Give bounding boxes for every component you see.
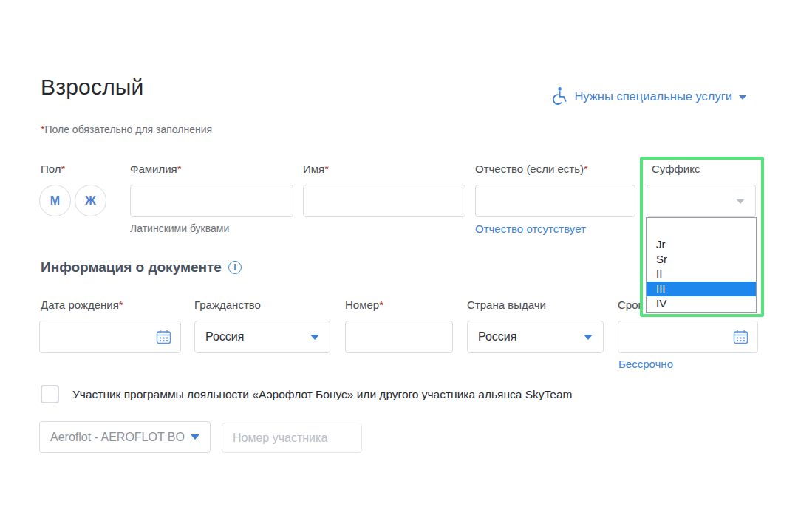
loyalty-program-checkbox[interactable]	[41, 385, 59, 403]
loyalty-program-select[interactable]: Aeroflot - AEROFLOT BO	[39, 421, 211, 453]
suffix-select[interactable]	[647, 185, 756, 217]
member-number-input[interactable]	[222, 423, 362, 453]
info-icon[interactable]: i	[228, 261, 242, 274]
suffix-option-ii[interactable]: II	[647, 267, 756, 282]
citizenship-select-value: Россия	[205, 330, 244, 344]
suffix-option-iv[interactable]: IV	[647, 296, 756, 311]
document-section-header: Информация о документе i	[41, 259, 242, 276]
gender-female-label: Ж	[85, 194, 95, 208]
citizenship-label: Гражданство	[194, 299, 261, 311]
suffix-option-empty[interactable]	[647, 218, 756, 237]
birth-date-label: Дата рождения*	[41, 299, 123, 311]
patronymic-label: Отчество (если есть)*	[475, 163, 588, 175]
suffix-option-iii-selected[interactable]: III	[647, 282, 756, 296]
first-name-label: Имя*	[303, 163, 329, 175]
chevron-down-icon	[736, 199, 745, 204]
suffix-label: Суффикс	[652, 163, 700, 175]
document-number-input[interactable]	[345, 321, 453, 353]
suffix-option-sr[interactable]: Sr	[647, 252, 756, 267]
surname-hint: Латинскими буквами	[130, 222, 229, 234]
gender-male-label: М	[50, 194, 60, 208]
calendar-icon[interactable]	[156, 330, 171, 344]
issue-country-select-value: Россия	[478, 330, 516, 344]
loyalty-program-select-value: Aeroflot - AEROFLOT BO	[50, 431, 185, 444]
suffix-dropdown-list: Jr Sr II III IV	[646, 217, 757, 313]
required-field-note: *Поле обязательно для заполнения	[41, 123, 212, 135]
first-name-input[interactable]	[303, 185, 466, 217]
chevron-down-icon	[739, 95, 746, 100]
passenger-form: Взрослый Нужны специальные услуги *Поле …	[0, 0, 798, 532]
page-title: Взрослый	[41, 75, 144, 100]
accessibility-icon	[550, 86, 567, 106]
issue-country-label: Страна выдачи	[467, 299, 546, 311]
suffix-option-jr[interactable]: Jr	[647, 237, 756, 252]
validity-label: Срок	[618, 299, 643, 311]
gender-female-button[interactable]: Ж	[75, 185, 106, 216]
patronymic-input[interactable]	[475, 185, 635, 217]
gender-label: Пол*	[41, 163, 65, 175]
chevron-down-icon	[584, 335, 593, 340]
issue-country-select[interactable]: Россия	[467, 321, 604, 353]
loyalty-program-checkbox-label: Участник программы лояльности «Аэрофлот …	[72, 388, 572, 401]
special-services-toggle[interactable]: Нужны специальные услуги	[550, 86, 746, 106]
surname-input[interactable]	[130, 185, 293, 217]
chevron-down-icon	[191, 434, 200, 440]
surname-label: Фамилия*	[130, 163, 182, 175]
no-expiry-link[interactable]: Бессрочно	[618, 358, 673, 370]
special-services-label: Нужны специальные услуги	[574, 89, 732, 103]
gender-male-button[interactable]: М	[39, 185, 71, 216]
citizenship-select[interactable]: Россия	[194, 321, 330, 353]
calendar-icon[interactable]	[733, 330, 748, 344]
no-patronymic-link[interactable]: Отчество отсутствует	[475, 222, 586, 235]
document-number-label: Номер*	[345, 299, 383, 311]
chevron-down-icon	[310, 335, 319, 340]
